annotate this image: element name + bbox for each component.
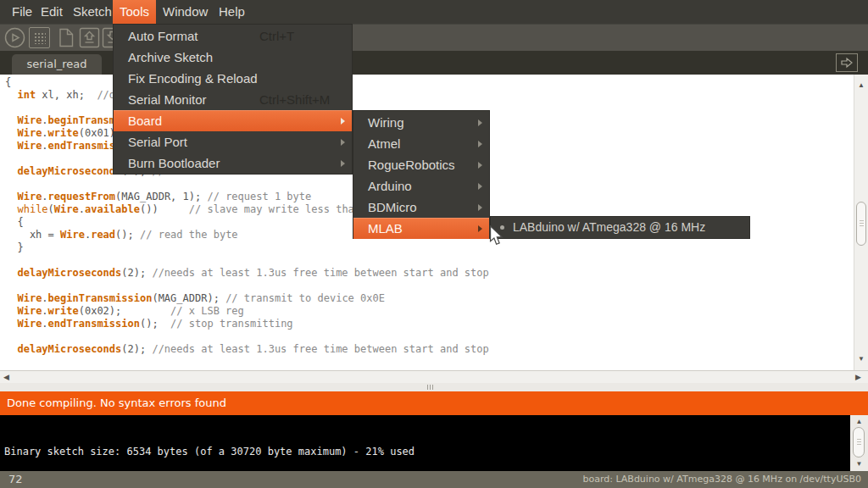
scroll-right-icon[interactable]: ▶	[855, 373, 861, 382]
menu-item-atmel[interactable]: Atmel	[353, 133, 489, 154]
scrollbar-thumb[interactable]	[856, 202, 866, 246]
code-line: delayMicroseconds(2); //needs at least 1…	[5, 267, 489, 280]
editor-vertical-scrollbar[interactable]: ▲ ▼	[854, 75, 868, 370]
verify-button[interactable]	[4, 27, 25, 48]
scroll-left-icon[interactable]: ◀	[3, 373, 9, 382]
menu-item-mlab[interactable]: MLAB	[353, 218, 489, 239]
scroll-down-icon[interactable]: ▼	[854, 356, 868, 363]
tab-menu-arrow-icon	[837, 59, 857, 74]
board-port-info: board: LABduino w/ ATmega328 @ 16 MHz on…	[582, 471, 861, 488]
menu-item-serial-monitor[interactable]: Serial Monitor Ctrl+Shift+M	[114, 89, 352, 110]
submenu-arrow-icon	[341, 139, 345, 146]
new-file-icon	[55, 27, 76, 48]
console-scroll-down-icon[interactable]: ▼	[850, 461, 868, 468]
submenu-arrow-icon	[478, 162, 482, 169]
code-line	[5, 254, 489, 267]
status-message-bar: Done compiling. No syntax errors found	[0, 391, 868, 415]
console-scroll-up-icon[interactable]: ▲	[850, 419, 868, 425]
line-number: 72	[8, 471, 23, 488]
open-sketch-button[interactable]	[79, 27, 100, 48]
menu-item-wiring[interactable]: Wiring	[353, 112, 489, 133]
submenu-arrow-icon	[478, 119, 482, 126]
menu-tools[interactable]: Tools	[113, 0, 156, 24]
compile-status-text: Done compiling. No syntax errors found	[7, 391, 226, 415]
status-bar: 72 board: LABduino w/ ATmega328 @ 16 MHz…	[0, 471, 868, 488]
tools-menu: Auto Format Ctrl+T Archive Sketch Fix En…	[113, 24, 353, 175]
console-scrollbar-thumb[interactable]	[853, 427, 865, 458]
arduino-ide-window: File Edit Sketch Tools Window Help	[0, 0, 868, 488]
tab-menu-button[interactable]	[836, 53, 858, 72]
stop-button[interactable]	[29, 27, 50, 48]
menu-help[interactable]: Help	[212, 0, 252, 24]
submenu-arrow-icon	[341, 118, 345, 125]
code-line: }	[5, 241, 489, 254]
menu-item-arduino[interactable]: Arduino	[353, 175, 489, 197]
board-submenu: Wiring Atmel RogueRobotics Arduino BDMic…	[353, 110, 490, 239]
menu-item-archive-sketch[interactable]: Archive Sketch	[114, 47, 352, 68]
menu-item-serial-port[interactable]: Serial Port	[114, 131, 352, 152]
splitter-grip-icon	[427, 385, 439, 390]
menu-item-labduino[interactable]: LABduino w/ ATmega328 @ 16 MHz	[491, 217, 749, 238]
tab-serial-read[interactable]: serial_read	[12, 54, 102, 75]
submenu-arrow-icon	[478, 204, 482, 211]
menu-item-bdmicro[interactable]: BDMicro	[353, 197, 489, 218]
menubar: File Edit Sketch Tools Window Help	[0, 0, 868, 24]
menu-item-auto-format[interactable]: Auto Format Ctrl+T	[114, 25, 352, 47]
code-line	[5, 330, 489, 343]
menu-sketch[interactable]: Sketch	[66, 0, 119, 24]
shortcut-label: Ctrl+Shift+M	[259, 89, 330, 110]
console-splitter[interactable]	[0, 383, 868, 391]
console-scrollbar[interactable]: ▲ ▼	[850, 415, 868, 471]
submenu-arrow-icon	[478, 141, 482, 147]
console-text: Binary sketch size: 6534 bytes (of a 307…	[4, 446, 415, 458]
mouse-cursor-icon	[489, 225, 504, 250]
code-line: delayMicroseconds(2); //needs at least 1…	[5, 343, 489, 356]
play-icon	[4, 27, 25, 48]
menu-item-fix-encoding[interactable]: Fix Encoding & Reload	[114, 68, 352, 89]
menu-item-roguerobotics[interactable]: RogueRobotics	[353, 154, 489, 175]
code-line	[5, 280, 489, 292]
submenu-arrow-icon	[478, 225, 482, 232]
open-up-arrow-icon	[79, 27, 100, 48]
new-sketch-button[interactable]	[55, 27, 76, 48]
mlab-submenu: LABduino w/ ATmega328 @ 16 MHz	[490, 216, 750, 239]
menu-item-burn-bootloader[interactable]: Burn Bootloader	[114, 152, 352, 174]
submenu-arrow-icon	[478, 183, 482, 190]
submenu-arrow-icon	[341, 160, 345, 167]
menu-window[interactable]: Window	[156, 0, 214, 24]
shortcut-label: Ctrl+T	[259, 25, 294, 47]
code-line: Wire.write(0x02); // x LSB reg	[5, 305, 489, 318]
scroll-up-icon[interactable]: ▲	[854, 82, 868, 89]
code-line: Wire.endTransmission(); // stop transmit…	[5, 318, 489, 330]
thumb-grip	[857, 439, 861, 446]
editor-horizontal-scrollbar[interactable]: ◀ ▶	[0, 370, 868, 383]
console-output: Binary sketch size: 6534 bytes (of a 307…	[0, 415, 868, 471]
menu-item-board[interactable]: Board	[114, 110, 352, 131]
thumb-grip	[860, 220, 864, 228]
menu-edit[interactable]: Edit	[34, 0, 70, 24]
code-line: Wire.beginTransmission(MAG_ADDR); // tra…	[5, 292, 489, 305]
